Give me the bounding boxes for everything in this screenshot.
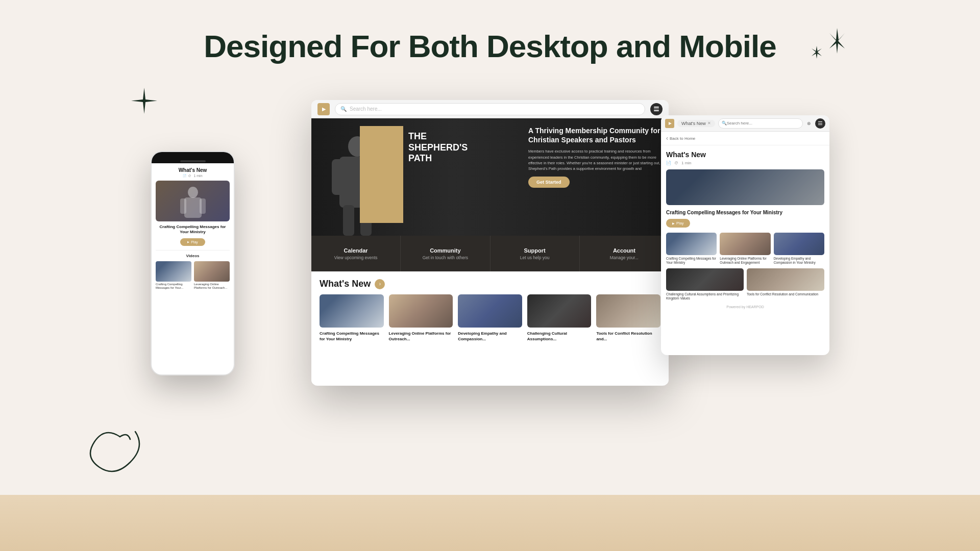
wn-card-2[interactable]: Leveraging Online Platforms for Outreach…	[389, 294, 453, 342]
wn-card-3-image	[458, 294, 522, 328]
svg-point-6	[188, 187, 198, 198]
phone-card-title: Crafting Compelling Messages for Your Mi…	[156, 224, 230, 235]
scribble-decoration	[79, 421, 151, 495]
wn-card-4-title: Challenging Cultural Assumptions...	[527, 331, 592, 342]
tablet-grid-2: Challenging Cultural Assumptions and Pri…	[666, 268, 824, 301]
tablet-powered-by: Powered by HEARPOD	[666, 301, 824, 309]
phone-section-title: What's New	[156, 167, 230, 173]
tablet-content: What's New 📄 ⏱ 1 min Crafting Compelling…	[661, 145, 829, 349]
phone-doc-icon: 📄	[183, 174, 186, 178]
desktop-whats-new-section: What's New › Crafting Compelling Message…	[311, 271, 669, 384]
svg-rect-9	[200, 198, 206, 214]
tablet-search-bar[interactable]: 🔍	[718, 118, 803, 129]
tablet-mockup: ▶ What's New ✕ 🔍 ⊗ Back to Home What's N…	[661, 115, 829, 355]
wn-card-4[interactable]: Challenging Cultural Assumptions...	[527, 294, 592, 342]
phone-video-item-2[interactable]: Leveraging Online Platforms for Outreach…	[194, 261, 230, 290]
clock-icon: ⏱	[674, 161, 678, 165]
tablet-section-title: What's New	[666, 151, 824, 159]
tag-close-button[interactable]: ✕	[707, 121, 711, 126]
nav-card-community[interactable]: Community Get in touch with others	[401, 236, 490, 271]
phone-video-item-1[interactable]: Crafting Compelling Messages for Your...	[156, 261, 191, 290]
tablet-grid2-item-1[interactable]: Challenging Cultural Assumptions and Pri…	[666, 268, 744, 301]
grid-item-3-image	[774, 233, 824, 255]
whats-new-arrow-button[interactable]: ›	[375, 279, 385, 289]
tablet-content-grid: Crafting Compelling Messages for Your Mi…	[666, 233, 824, 265]
desktop-logo: ▶	[317, 103, 330, 115]
tablet-logo: ▶	[665, 119, 674, 128]
desktop-nav-cards: Calendar View upcoming events Community …	[311, 236, 669, 271]
nav-card-support[interactable]: Support Let us help you	[491, 236, 580, 271]
wn-card-4-image	[527, 294, 592, 328]
tablet-featured-image	[666, 169, 824, 205]
hero-shape	[360, 126, 403, 223]
phone-play-button[interactable]: Play	[180, 238, 205, 246]
grid-item-2-image	[720, 233, 770, 255]
phone-content: What's New 📄 ⏱ 1 min Crafting Compelling…	[152, 163, 234, 374]
wn-card-5-title: Tools for Conflict Resolution and...	[596, 331, 660, 342]
phone-video-1-title: Crafting Compelling Messages for Your...	[156, 283, 191, 290]
hero-book-title: THE SHEPHERD'S PATH	[408, 131, 468, 164]
search-placeholder: Search here...	[350, 106, 382, 112]
tablet-search-icon[interactable]: ⊗	[806, 121, 812, 126]
tablet-menu-button[interactable]	[815, 118, 825, 129]
phone-mockup: What's New 📄 ⏱ 1 min Crafting Compelling…	[151, 151, 235, 375]
phone-divider	[156, 250, 230, 251]
whats-new-cards: Crafting Compelling Messages for Your Mi…	[320, 294, 660, 342]
hero-body: Members have exclusive access to practic…	[528, 148, 661, 171]
phone-person-icon	[175, 183, 211, 219]
grid2-item-1-image	[666, 268, 744, 291]
tablet-titlebar: ▶ What's New ✕ 🔍 ⊗	[661, 115, 829, 132]
tablet-tag[interactable]: What's New ✕	[677, 120, 715, 127]
phone-video-2-title: Leveraging Online Platforms for Outreach…	[194, 283, 230, 290]
hero-right-content: A Thriving Membership Community for Chri…	[528, 126, 661, 188]
whats-new-title: What's New	[320, 279, 371, 289]
whats-new-header: What's New ›	[320, 279, 660, 289]
tablet-back-link[interactable]: Back to Home	[661, 132, 829, 145]
tablet-featured-title: Crafting Compelling Messages for Your Mi…	[666, 209, 824, 216]
desktop-titlebar: ▶ 🔍 Search here...	[311, 100, 669, 118]
tablet-grid-item-2[interactable]: Leveraging Online Platforms for Outreach…	[720, 233, 770, 265]
hero-heading: A Thriving Membership Community for Chri…	[528, 126, 661, 144]
phone-video-2-image	[194, 261, 230, 282]
nav-card-account[interactable]: Account Manage your...	[580, 236, 669, 271]
tablet-grid-item-3[interactable]: Developing Empathy and Compassion in You…	[774, 233, 824, 265]
wn-card-5[interactable]: Tools for Conflict Resolution and...	[596, 294, 660, 342]
wn-card-3[interactable]: Developing Empathy and Compassion...	[458, 294, 522, 342]
phone-video-1-image	[156, 261, 191, 282]
wn-card-1-title: Crafting Compelling Messages for Your Mi…	[320, 331, 384, 342]
phone-featured-image	[156, 181, 230, 221]
grid2-item-2-image	[747, 268, 824, 291]
phone-notch	[152, 152, 234, 163]
tablet-play-button[interactable]: Play	[666, 219, 690, 228]
tablet-search-input[interactable]	[727, 121, 799, 126]
phone-notch-bar	[180, 160, 206, 162]
desktop-hero: THE SHEPHERD'S PATH A Thriving Membershi…	[311, 118, 669, 236]
tablet-grid2-item-2[interactable]: Tools for Conflict Resolution and Commun…	[747, 268, 824, 301]
tablet-grid-item-1[interactable]: Crafting Compelling Messages for Your Mi…	[666, 233, 717, 265]
svg-rect-4	[343, 205, 354, 236]
wn-card-1-image	[320, 294, 384, 328]
nav-card-calendar[interactable]: Calendar View upcoming events	[311, 236, 401, 271]
wn-card-2-image	[389, 294, 453, 328]
svg-rect-7	[184, 197, 202, 218]
wn-card-3-title: Developing Empathy and Compassion...	[458, 331, 522, 342]
phone-meta: 📄 ⏱ 1 min	[156, 174, 230, 178]
desktop-search-bar[interactable]: 🔍 Search here...	[335, 103, 645, 115]
phone-play-btn-container: Play	[156, 238, 230, 246]
document-icon: 📄	[666, 161, 671, 165]
phone-videos-label: Videos	[156, 254, 230, 258]
tablet-meta: 📄 ⏱ 1 min	[666, 161, 824, 165]
svg-rect-2	[332, 159, 345, 195]
phone-video-grid: Crafting Compelling Messages for Your...…	[156, 261, 230, 290]
right-sparkle-decoration	[806, 26, 847, 68]
wn-card-2-title: Leveraging Online Platforms for Outreach…	[389, 331, 453, 342]
svg-rect-8	[180, 198, 186, 214]
phone-clock-icon: ⏱	[188, 174, 191, 178]
wn-card-5-image	[596, 294, 660, 328]
desktop-menu-button[interactable]	[650, 103, 663, 115]
get-started-button[interactable]: Get Started	[528, 177, 570, 188]
tablet-featured-overlay	[666, 169, 824, 205]
grid-item-1-image	[666, 233, 717, 255]
desktop-mockup: ▶ 🔍 Search here...	[311, 100, 669, 386]
wn-card-1[interactable]: Crafting Compelling Messages for Your Mi…	[320, 294, 384, 342]
